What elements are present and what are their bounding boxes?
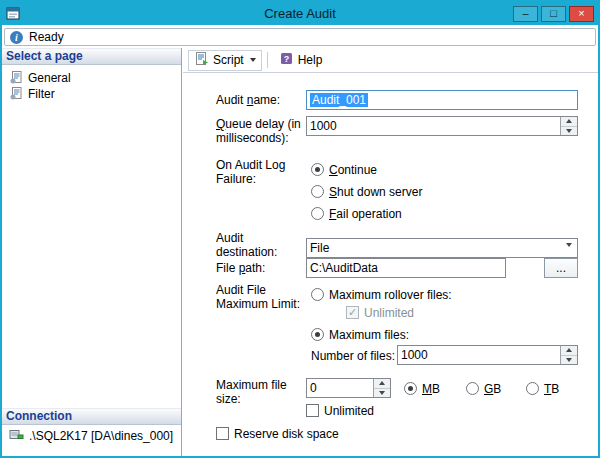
sidebar-item-filter[interactable]: Filter xyxy=(2,86,55,102)
spinner-buttons xyxy=(373,379,390,397)
toolbar-separator xyxy=(267,52,268,68)
page-icon xyxy=(9,70,23,87)
select-page-header: Select a page xyxy=(2,48,181,65)
connection-header: Connection xyxy=(2,408,181,425)
maximize-button[interactable]: □ xyxy=(541,6,566,22)
radio-label: Continue xyxy=(329,163,377,177)
queue-delay-value: 1000 xyxy=(310,119,337,133)
audit-destination-value: File xyxy=(310,241,329,255)
radio-icon xyxy=(311,163,324,176)
radio-maximum-files[interactable]: Maximum files: xyxy=(311,327,409,342)
spinner-buttons xyxy=(560,117,577,135)
dropdown-arrow-icon xyxy=(566,247,572,258)
number-of-files-label: Number of files: xyxy=(311,349,395,363)
queue-delay-label: Queue delay (in milliseconds): xyxy=(216,117,304,145)
radio-shut-down-server[interactable]: Shut down server xyxy=(311,184,422,199)
checkbox-icon xyxy=(346,306,359,319)
radio-icon xyxy=(466,382,479,395)
sidebar-item-label: Filter xyxy=(28,87,55,101)
window-title: Create Audit xyxy=(2,6,598,21)
number-of-files-value: 1000 xyxy=(401,348,428,362)
radio-icon xyxy=(404,382,417,395)
svg-text:?: ? xyxy=(283,54,289,64)
radio-icon xyxy=(526,382,539,395)
radio-mb[interactable]: MB xyxy=(404,381,440,396)
radio-continue[interactable]: Continue xyxy=(311,162,377,177)
audit-destination-select[interactable]: File xyxy=(306,238,578,258)
checkbox-label: Unlimited xyxy=(364,306,414,320)
script-button[interactable]: Script xyxy=(188,50,262,71)
close-button[interactable]: × xyxy=(569,6,594,22)
window-controls: – □ × xyxy=(513,6,594,22)
checkbox-rollover-unlimited: Unlimited xyxy=(346,305,414,320)
spinner-buttons xyxy=(560,346,577,364)
radio-icon xyxy=(311,207,324,220)
help-button-label: Help xyxy=(298,53,323,67)
connection-label: .\SQL2K17 [DA\dines_000] xyxy=(29,429,173,443)
main-panel: Script ? Help Audit name: Audit_001 xyxy=(183,48,598,456)
radio-gb[interactable]: GB xyxy=(466,381,501,396)
info-icon: i xyxy=(10,31,23,44)
spin-up-button[interactable] xyxy=(374,379,390,389)
max-file-size-input[interactable]: 0 xyxy=(306,378,391,398)
form-area: Audit name: Audit_001 Queue delay (in mi… xyxy=(183,73,598,456)
queue-delay-input[interactable]: 1000 xyxy=(306,116,578,136)
radio-label: Maximum files: xyxy=(329,328,409,342)
audit-destination-label: Audit destination: xyxy=(216,231,296,259)
checkbox-icon xyxy=(216,427,229,440)
script-button-label: Script xyxy=(213,53,244,67)
max-file-size-label: Maximum file size: xyxy=(216,378,301,406)
app-icon xyxy=(6,6,21,21)
audit-name-value: Audit_001 xyxy=(310,93,368,107)
spin-down-button[interactable] xyxy=(561,356,577,365)
radio-icon xyxy=(311,288,324,301)
help-icon: ? xyxy=(279,51,294,69)
radio-tb[interactable]: TB xyxy=(526,381,559,396)
spin-down-button[interactable] xyxy=(561,127,577,136)
connection-item[interactable]: .\SQL2K17 [DA\dines_000] xyxy=(2,428,173,444)
file-path-value: C:\AuditData xyxy=(310,261,378,275)
page-icon xyxy=(9,86,23,103)
spin-down-button[interactable] xyxy=(374,389,390,398)
checkbox-label: Unlimited xyxy=(324,404,374,418)
minimize-button[interactable]: – xyxy=(513,6,538,22)
create-audit-dialog: Create Audit – □ × i Ready Select a page xyxy=(0,0,600,458)
sidebar: Select a page General xyxy=(2,48,182,456)
script-icon xyxy=(194,51,209,69)
radio-label: TB xyxy=(544,382,559,396)
file-path-label: File path: xyxy=(216,261,304,275)
checkbox-reserve-disk-space[interactable]: Reserve disk space xyxy=(216,426,339,441)
checkbox-unlimited[interactable]: Unlimited xyxy=(306,403,374,418)
browse-button[interactable]: ... xyxy=(544,258,578,278)
max-file-size-value: 0 xyxy=(310,381,317,395)
radio-maximum-rollover-files[interactable]: Maximum rollover files: xyxy=(311,287,452,302)
radio-label: MB xyxy=(422,382,440,396)
chevron-down-icon xyxy=(250,58,256,62)
radio-label: GB xyxy=(484,382,501,396)
on-failure-label: On Audit Log Failure: xyxy=(216,158,296,186)
help-button[interactable]: ? Help xyxy=(273,50,329,71)
spin-up-button[interactable] xyxy=(561,346,577,356)
toolbar: Script ? Help xyxy=(183,48,598,73)
file-path-input[interactable]: C:\AuditData xyxy=(306,258,506,278)
sidebar-item-label: General xyxy=(28,71,71,85)
audit-name-input[interactable]: Audit_001 xyxy=(306,90,578,110)
status-strip: i Ready xyxy=(4,28,596,46)
server-icon xyxy=(9,428,24,445)
radio-icon xyxy=(311,328,324,341)
radio-label: Maximum rollover files: xyxy=(329,288,452,302)
radio-label: Shut down server xyxy=(329,185,422,199)
sidebar-item-general[interactable]: General xyxy=(2,70,71,86)
number-of-files-input[interactable]: 1000 xyxy=(397,345,578,365)
spin-up-button[interactable] xyxy=(561,117,577,127)
status-text: Ready xyxy=(29,30,64,44)
titlebar[interactable]: Create Audit – □ × xyxy=(2,2,598,25)
checkbox-label: Reserve disk space xyxy=(234,427,339,441)
radio-fail-operation[interactable]: Fail operation xyxy=(311,206,402,221)
radio-label: Fail operation xyxy=(329,207,402,221)
max-limit-label: Audit File Maximum Limit: xyxy=(216,283,301,311)
radio-icon xyxy=(311,185,324,198)
checkbox-icon xyxy=(306,404,319,417)
audit-name-label: Audit name: xyxy=(216,93,304,107)
